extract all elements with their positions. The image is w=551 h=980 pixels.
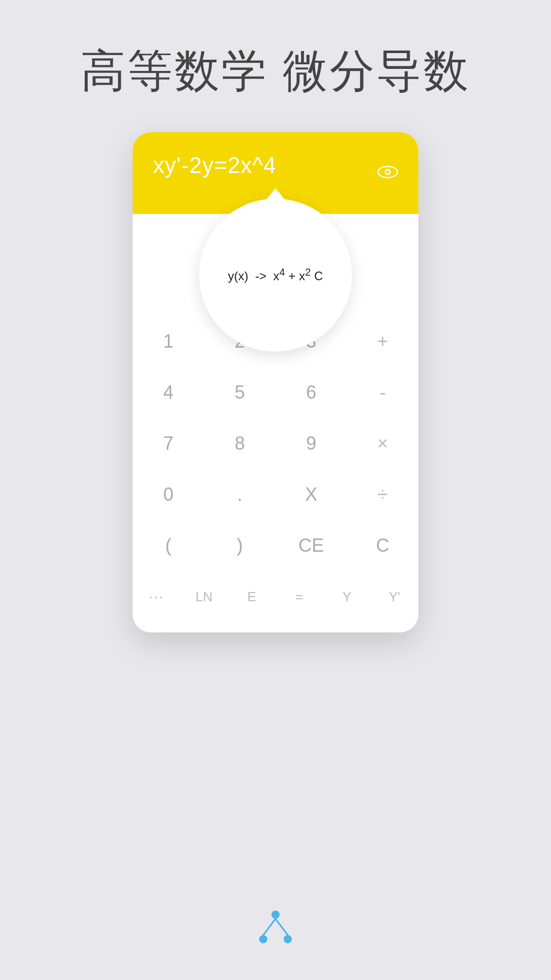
key-row-6: ··· LN E = Y Y': [133, 571, 418, 622]
svg-point-3: [271, 911, 280, 919]
result-formula: y(x) -> x4 + x2 C: [228, 264, 323, 286]
key-multiply[interactable]: ×: [347, 421, 418, 467]
key-6[interactable]: 6: [276, 370, 347, 415]
key-0[interactable]: 0: [133, 472, 204, 518]
key-ln[interactable]: LN: [180, 574, 228, 620]
key-4[interactable]: 4: [133, 370, 204, 415]
svg-point-4: [259, 935, 267, 943]
key-1[interactable]: 1: [133, 318, 204, 364]
page-title: 高等数学 微分导数: [81, 41, 470, 102]
key-8[interactable]: 8: [204, 421, 276, 467]
key-y[interactable]: Y: [323, 574, 370, 620]
tree-structure-icon[interactable]: [255, 909, 296, 949]
svg-point-2: [386, 170, 389, 174]
svg-line-7: [276, 919, 288, 935]
key-more[interactable]: ···: [133, 574, 180, 620]
key-row-3: 7 8 9 ×: [133, 418, 418, 469]
key-equals[interactable]: =: [276, 574, 323, 620]
key-y-prime[interactable]: Y': [371, 574, 418, 620]
key-divide[interactable]: ÷: [347, 472, 418, 518]
key-open-paren[interactable]: (: [133, 523, 204, 569]
key-ce[interactable]: CE: [276, 523, 347, 569]
display-expression: xy'-2y=2x^4: [153, 153, 277, 178]
key-5[interactable]: 5: [204, 370, 276, 415]
key-x[interactable]: X: [276, 472, 347, 518]
calculator-card: xy'-2y=2x^4 y(x) -> x4 + x2 C 1 2 3 + 4 …: [133, 132, 418, 632]
result-bubble: y(x) -> x4 + x2 C: [199, 199, 352, 352]
key-close-paren[interactable]: ): [204, 523, 276, 569]
key-row-2: 4 5 6 -: [133, 367, 418, 418]
key-plus[interactable]: +: [347, 318, 418, 364]
eye-icon[interactable]: [378, 162, 398, 184]
key-9[interactable]: 9: [276, 421, 347, 467]
svg-point-5: [284, 935, 292, 943]
bottom-bar: [255, 909, 296, 949]
key-dot[interactable]: .: [204, 472, 276, 518]
key-row-4: 0 . X ÷: [133, 469, 418, 520]
key-row-5: ( ) CE C: [133, 520, 418, 571]
svg-line-6: [263, 919, 276, 935]
key-c[interactable]: C: [347, 523, 418, 569]
key-e[interactable]: E: [228, 574, 276, 620]
key-7[interactable]: 7: [133, 421, 204, 467]
key-minus[interactable]: -: [347, 370, 418, 415]
keypad: 1 2 3 + 4 5 6 - 7 8 9 × 0 . X ÷ (: [133, 306, 418, 632]
